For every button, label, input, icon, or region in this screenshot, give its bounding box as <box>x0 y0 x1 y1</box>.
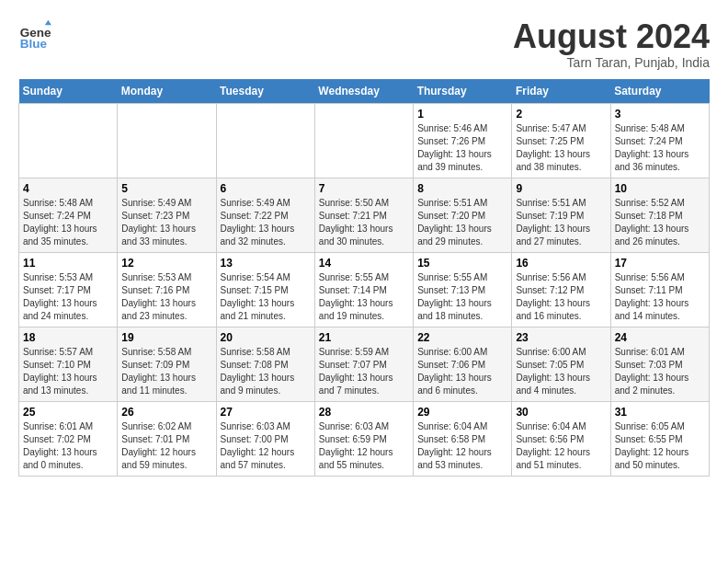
day-number: 26 <box>121 406 211 419</box>
logo-icon: General Blue <box>18 18 51 52</box>
day-number: 4 <box>23 182 113 195</box>
calendar-cell: 24Sunrise: 6:01 AM Sunset: 7:03 PM Dayli… <box>610 327 709 401</box>
day-number: 16 <box>516 257 606 270</box>
calendar-cell <box>19 103 118 178</box>
calendar-cell: 14Sunrise: 5:55 AM Sunset: 7:14 PM Dayli… <box>314 252 413 327</box>
day-number: 27 <box>221 406 311 419</box>
calendar-cell: 16Sunrise: 5:56 AM Sunset: 7:12 PM Dayli… <box>512 252 610 327</box>
day-info: Sunrise: 5:54 AM Sunset: 7:15 PM Dayligh… <box>221 271 311 323</box>
day-info: Sunrise: 6:04 AM Sunset: 6:58 PM Dayligh… <box>417 420 507 472</box>
calendar-table: SundayMondayTuesdayWednesdayThursdayFrid… <box>18 79 710 477</box>
day-number: 15 <box>417 257 507 270</box>
calendar-cell: 2Sunrise: 5:47 AM Sunset: 7:25 PM Daylig… <box>512 103 610 178</box>
day-info: Sunrise: 5:55 AM Sunset: 7:14 PM Dayligh… <box>319 271 409 323</box>
day-number: 19 <box>121 331 211 344</box>
calendar-cell: 29Sunrise: 6:04 AM Sunset: 6:58 PM Dayli… <box>414 401 512 476</box>
day-info: Sunrise: 6:01 AM Sunset: 7:03 PM Dayligh… <box>615 346 705 397</box>
day-info: Sunrise: 6:03 AM Sunset: 6:59 PM Dayligh… <box>319 420 409 472</box>
day-number: 30 <box>516 406 606 419</box>
weekday-header: Thursday <box>414 79 512 104</box>
calendar-cell: 19Sunrise: 5:58 AM Sunset: 7:09 PM Dayli… <box>118 327 216 401</box>
day-info: Sunrise: 6:04 AM Sunset: 6:56 PM Dayligh… <box>516 420 606 472</box>
calendar-cell: 18Sunrise: 5:57 AM Sunset: 7:10 PM Dayli… <box>19 327 118 401</box>
day-number: 13 <box>221 257 311 270</box>
calendar-cell: 27Sunrise: 6:03 AM Sunset: 7:00 PM Dayli… <box>216 401 314 476</box>
day-info: Sunrise: 5:51 AM Sunset: 7:20 PM Dayligh… <box>417 197 507 248</box>
day-info: Sunrise: 5:50 AM Sunset: 7:21 PM Dayligh… <box>319 197 409 248</box>
day-info: Sunrise: 6:00 AM Sunset: 7:05 PM Dayligh… <box>516 346 606 397</box>
day-info: Sunrise: 5:46 AM Sunset: 7:26 PM Dayligh… <box>417 122 507 174</box>
day-number: 21 <box>319 331 409 344</box>
day-number: 20 <box>221 331 311 344</box>
day-number: 25 <box>23 406 113 419</box>
calendar-cell <box>118 103 216 178</box>
day-info: Sunrise: 6:01 AM Sunset: 7:02 PM Dayligh… <box>23 420 113 472</box>
calendar-cell: 10Sunrise: 5:52 AM Sunset: 7:18 PM Dayli… <box>610 178 709 252</box>
day-info: Sunrise: 6:02 AM Sunset: 7:01 PM Dayligh… <box>121 420 211 472</box>
calendar-cell: 7Sunrise: 5:50 AM Sunset: 7:21 PM Daylig… <box>314 178 413 252</box>
calendar-cell: 8Sunrise: 5:51 AM Sunset: 7:20 PM Daylig… <box>414 178 512 252</box>
calendar-cell: 9Sunrise: 5:51 AM Sunset: 7:19 PM Daylig… <box>512 178 610 252</box>
day-info: Sunrise: 5:47 AM Sunset: 7:25 PM Dayligh… <box>516 122 606 174</box>
calendar-cell: 30Sunrise: 6:04 AM Sunset: 6:56 PM Dayli… <box>512 401 610 476</box>
day-info: Sunrise: 5:49 AM Sunset: 7:23 PM Dayligh… <box>121 197 211 248</box>
calendar-cell: 5Sunrise: 5:49 AM Sunset: 7:23 PM Daylig… <box>118 178 216 252</box>
day-number: 23 <box>516 331 606 344</box>
day-info: Sunrise: 5:58 AM Sunset: 7:08 PM Dayligh… <box>221 346 311 397</box>
day-number: 3 <box>615 108 705 121</box>
day-number: 17 <box>615 257 705 270</box>
day-number: 28 <box>319 406 409 419</box>
weekday-header: Friday <box>512 79 610 104</box>
calendar-cell: 17Sunrise: 5:56 AM Sunset: 7:11 PM Dayli… <box>610 252 709 327</box>
month-title: August 2024 <box>513 18 710 55</box>
day-info: Sunrise: 5:56 AM Sunset: 7:12 PM Dayligh… <box>516 271 606 323</box>
calendar-cell: 25Sunrise: 6:01 AM Sunset: 7:02 PM Dayli… <box>19 401 118 476</box>
calendar-cell: 13Sunrise: 5:54 AM Sunset: 7:15 PM Dayli… <box>216 252 314 327</box>
calendar-cell <box>216 103 314 178</box>
calendar-week-row: 11Sunrise: 5:53 AM Sunset: 7:17 PM Dayli… <box>19 252 710 327</box>
calendar-cell: 31Sunrise: 6:05 AM Sunset: 6:55 PM Dayli… <box>610 401 709 476</box>
weekday-header: Wednesday <box>314 79 413 104</box>
day-info: Sunrise: 6:03 AM Sunset: 7:00 PM Dayligh… <box>221 420 311 472</box>
calendar-cell: 23Sunrise: 6:00 AM Sunset: 7:05 PM Dayli… <box>512 327 610 401</box>
svg-text:Blue: Blue <box>20 37 48 51</box>
day-info: Sunrise: 5:58 AM Sunset: 7:09 PM Dayligh… <box>121 346 211 397</box>
weekday-header-row: SundayMondayTuesdayWednesdayThursdayFrid… <box>19 79 710 104</box>
weekday-header: Monday <box>118 79 216 104</box>
calendar-cell: 15Sunrise: 5:55 AM Sunset: 7:13 PM Dayli… <box>414 252 512 327</box>
day-info: Sunrise: 5:53 AM Sunset: 7:16 PM Dayligh… <box>121 271 211 323</box>
calendar-cell: 22Sunrise: 6:00 AM Sunset: 7:06 PM Dayli… <box>414 327 512 401</box>
day-number: 18 <box>23 331 113 344</box>
title-block: August 2024 Tarn Taran, Punjab, India <box>513 18 710 70</box>
day-number: 11 <box>23 257 113 270</box>
calendar-cell: 1Sunrise: 5:46 AM Sunset: 7:26 PM Daylig… <box>414 103 512 178</box>
day-number: 8 <box>417 182 507 195</box>
day-number: 2 <box>516 108 606 121</box>
calendar-cell: 28Sunrise: 6:03 AM Sunset: 6:59 PM Dayli… <box>314 401 413 476</box>
day-number: 10 <box>615 182 705 195</box>
logo: General Blue <box>18 18 51 52</box>
day-number: 22 <box>417 331 507 344</box>
day-number: 1 <box>417 108 507 121</box>
day-number: 24 <box>615 331 705 344</box>
calendar-cell: 12Sunrise: 5:53 AM Sunset: 7:16 PM Dayli… <box>118 252 216 327</box>
day-info: Sunrise: 5:55 AM Sunset: 7:13 PM Dayligh… <box>417 271 507 323</box>
day-number: 29 <box>417 406 507 419</box>
day-info: Sunrise: 5:49 AM Sunset: 7:22 PM Dayligh… <box>221 197 311 248</box>
day-number: 5 <box>121 182 211 195</box>
calendar-week-row: 25Sunrise: 6:01 AM Sunset: 7:02 PM Dayli… <box>19 401 710 476</box>
weekday-header: Sunday <box>19 79 118 104</box>
weekday-header: Saturday <box>610 79 709 104</box>
calendar-week-row: 4Sunrise: 5:48 AM Sunset: 7:24 PM Daylig… <box>19 178 710 252</box>
day-number: 6 <box>221 182 311 195</box>
day-info: Sunrise: 5:48 AM Sunset: 7:24 PM Dayligh… <box>23 197 113 248</box>
calendar-cell <box>314 103 413 178</box>
day-info: Sunrise: 5:51 AM Sunset: 7:19 PM Dayligh… <box>516 197 606 248</box>
day-info: Sunrise: 5:57 AM Sunset: 7:10 PM Dayligh… <box>23 346 113 397</box>
day-info: Sunrise: 5:56 AM Sunset: 7:11 PM Dayligh… <box>615 271 705 323</box>
day-info: Sunrise: 6:05 AM Sunset: 6:55 PM Dayligh… <box>615 420 705 472</box>
day-number: 14 <box>319 257 409 270</box>
weekday-header: Tuesday <box>216 79 314 104</box>
calendar-cell: 4Sunrise: 5:48 AM Sunset: 7:24 PM Daylig… <box>19 178 118 252</box>
calendar-cell: 21Sunrise: 5:59 AM Sunset: 7:07 PM Dayli… <box>314 327 413 401</box>
